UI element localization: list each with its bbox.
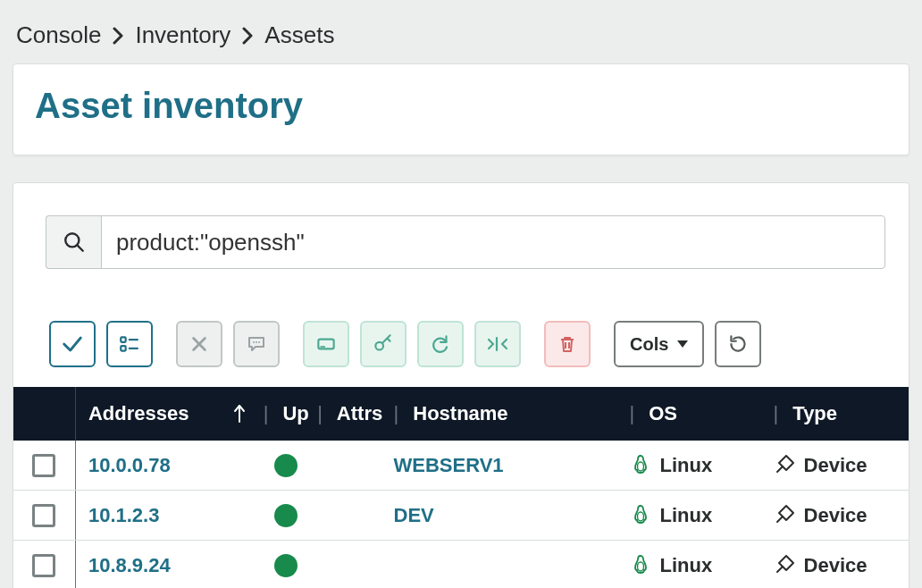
svg-line-18 — [777, 517, 783, 522]
header-hostname[interactable]: |Hostname — [394, 402, 630, 425]
comment-button[interactable] — [233, 321, 280, 367]
linux-icon — [630, 454, 651, 477]
row-checkbox[interactable] — [32, 554, 55, 577]
merge-button[interactable] — [474, 321, 521, 367]
page-title-card: Asset inventory — [13, 63, 909, 155]
table-row: 10.1.2.3 DEV Linux Device — [13, 491, 909, 541]
os-label: Linux — [660, 454, 713, 477]
close-icon — [189, 334, 209, 354]
merge-icon — [485, 332, 510, 356]
header-os[interactable]: |OS — [630, 402, 774, 425]
tag-button[interactable] — [303, 321, 349, 367]
device-icon — [774, 554, 795, 577]
svg-point-15 — [637, 462, 643, 471]
search-row — [46, 215, 885, 269]
asset-hostname-link[interactable]: WEBSERV1 — [394, 454, 504, 477]
header-checkbox-col — [13, 387, 76, 441]
status-up-icon — [274, 504, 298, 527]
device-icon — [774, 454, 795, 477]
header-type-label: Type — [792, 402, 837, 425]
svg-point-7 — [256, 341, 257, 343]
status-up-icon — [274, 554, 298, 577]
header-type[interactable]: |Type — [774, 402, 909, 425]
svg-line-16 — [777, 466, 783, 472]
status-up-icon — [274, 454, 298, 477]
header-os-label: OS — [649, 402, 677, 425]
header-up-label: Up — [282, 402, 308, 425]
asset-hostname-link[interactable]: DEV — [394, 504, 434, 527]
inventory-panel: Cols Addresses |Up |Attrs |Hostname |OS … — [13, 182, 909, 588]
list-icon — [118, 332, 141, 356]
row-checkbox[interactable] — [32, 504, 55, 527]
type-label: Device — [804, 504, 868, 527]
sort-asc-icon — [233, 404, 246, 424]
chevron-right-icon — [112, 27, 124, 45]
comment-icon — [246, 333, 267, 355]
device-icon — [774, 504, 795, 527]
toolbar: Cols — [49, 321, 885, 367]
check-icon — [60, 332, 85, 357]
search-icon — [63, 231, 86, 254]
breadcrumb: Console Inventory Assets — [0, 0, 922, 63]
header-addresses-label: Addresses — [88, 402, 189, 425]
breadcrumb-item-console[interactable]: Console — [16, 21, 101, 49]
tag-icon — [314, 332, 338, 356]
reload-button[interactable] — [715, 321, 761, 367]
type-label: Device — [804, 554, 868, 577]
svg-rect-3 — [121, 346, 125, 350]
header-attrs[interactable]: |Attrs — [317, 402, 393, 425]
os-label: Linux — [660, 554, 713, 577]
rescan-button[interactable] — [417, 321, 464, 367]
svg-rect-10 — [321, 346, 325, 348]
caret-down-icon — [677, 340, 688, 348]
svg-line-20 — [777, 567, 783, 572]
header-hostname-label: Hostname — [413, 402, 507, 425]
reload-icon — [726, 332, 750, 356]
delete-button[interactable] — [544, 321, 591, 367]
search-button[interactable] — [46, 215, 101, 269]
linux-icon — [630, 504, 651, 527]
svg-point-19 — [637, 562, 643, 571]
svg-rect-2 — [121, 337, 125, 341]
header-addresses[interactable]: Addresses — [76, 402, 255, 425]
columns-button[interactable]: Cols — [614, 321, 704, 367]
columns-button-label: Cols — [630, 334, 668, 355]
table-row: 10.8.9.24 Linux Device — [13, 541, 909, 588]
breadcrumb-item-inventory[interactable]: Inventory — [135, 21, 230, 49]
close-button[interactable] — [176, 321, 222, 367]
header-attrs-label: Attrs — [337, 402, 382, 425]
header-up[interactable]: |Up — [255, 402, 317, 425]
select-button[interactable] — [49, 321, 96, 367]
credentials-button[interactable] — [360, 321, 407, 367]
key-icon — [372, 332, 395, 356]
table-header: Addresses |Up |Attrs |Hostname |OS |Type — [13, 387, 909, 441]
asset-address-link[interactable]: 10.1.2.3 — [88, 504, 160, 527]
table-row: 10.0.0.78 WEBSERV1 Linux Device — [13, 441, 909, 491]
type-label: Device — [804, 454, 868, 477]
svg-line-1 — [77, 245, 82, 250]
asset-table: Addresses |Up |Attrs |Hostname |OS |Type… — [13, 387, 909, 588]
asset-address-link[interactable]: 10.8.9.24 — [88, 554, 171, 577]
breadcrumb-item-assets[interactable]: Assets — [264, 21, 334, 49]
trash-icon — [557, 333, 578, 355]
row-checkbox[interactable] — [32, 454, 55, 477]
svg-point-6 — [253, 341, 255, 343]
asset-address-link[interactable]: 10.0.0.78 — [88, 454, 171, 477]
chevron-right-icon — [241, 27, 254, 45]
svg-point-8 — [258, 341, 260, 343]
linux-icon — [630, 554, 651, 577]
page-title: Asset inventory — [35, 86, 887, 126]
list-config-button[interactable] — [106, 321, 153, 367]
os-label: Linux — [660, 504, 713, 527]
search-input[interactable] — [101, 215, 885, 269]
svg-point-17 — [637, 512, 643, 521]
rescan-icon — [429, 332, 452, 356]
